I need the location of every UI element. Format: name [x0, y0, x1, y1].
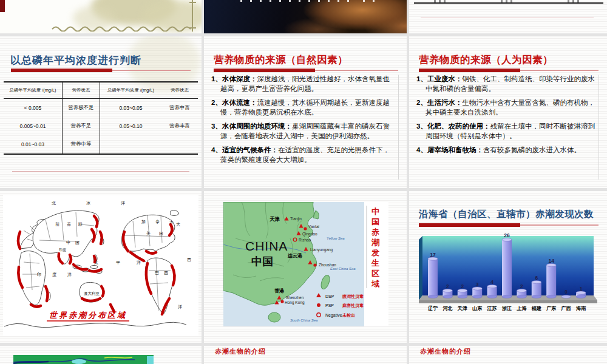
green-map-fragment	[13, 355, 154, 364]
map-label-indian-ocean: 印 度 洋	[37, 272, 76, 277]
svg-text:浙江: 浙江	[501, 306, 512, 311]
legend-circle-icon	[317, 303, 320, 307]
title-underline-accent	[419, 69, 520, 72]
svg-text:广东: 广东	[546, 305, 556, 311]
svg-text:3: 3	[476, 281, 479, 288]
map-label-brazil: 巴 西	[155, 271, 170, 275]
svg-text:辽宁: 辽宁	[427, 305, 438, 311]
list-item: 1、水体深度：深度越浅，阳光透过性越好，水体含氧量也越高，更易产生富营养化问题。	[211, 75, 395, 93]
psp-marker	[304, 227, 307, 230]
table-header: 总磷年平均浓度 /(mg/L)	[100, 83, 161, 99]
list-item: 4、屠宰场和畜牧场：含有较多氮磷的废水进入水体。	[416, 146, 595, 155]
map-label-india: 印度	[59, 248, 66, 252]
table-header: 营养状态	[63, 83, 100, 99]
slide-phosphorus-criteria[interactable]: 以总磷年平均浓度进行判断 总磷年平均浓度 /(mg/L) 营养状态 总磷年平均浓…	[0, 36, 202, 188]
slide-nutrient-sources-human[interactable]: 营养物质的来源（人为因素） 1、工业废水：钢铁、化工、制药造纸、印染等行业的废水…	[409, 36, 607, 188]
table-cell: 营养中富	[161, 99, 198, 117]
svg-text:0: 0	[565, 289, 568, 295]
slide-thumb-table-partial[interactable]	[409, 0, 607, 33]
legend-label-cn: 未检出	[342, 313, 355, 318]
title-underline-thin	[520, 224, 599, 226]
slide-title: 营养物质的来源（人为因素）	[419, 53, 553, 67]
slide-title: 赤潮生物的介绍	[215, 347, 266, 356]
city-label-lianyungang-cn: 连云港	[287, 253, 303, 258]
slide-thumb-title-partial[interactable]	[0, 0, 202, 33]
table-cell: 营养不足	[63, 117, 100, 135]
svg-text:17: 17	[430, 252, 436, 258]
list-item: 1、工业废水：钢铁、化工、制药造纸、印染等行业的废水中氮和磷的含量偏高。	[416, 75, 595, 93]
slide-title: 营养物质的来源（自然因素）	[214, 53, 348, 67]
slide-redtide-bar-chart[interactable]: 沿海省（自治区、直辖市）赤潮发现次数 17辽宁2河北2天津3山东4江苏26浙江2…	[409, 191, 607, 343]
map-label-china: 中 国	[66, 240, 81, 245]
map-label-china-cn: 中国	[251, 255, 273, 268]
list-item: 4、适宜的气候条件：在适宜的温度、充足的光照条件下，藻类的繁殖速度会大大增加。	[211, 146, 395, 164]
slide-title: 沿海省（自治区、直辖市）赤潮发现次数	[419, 208, 594, 221]
map-label-ussr: 前 苏 联	[55, 222, 86, 226]
photo-corner-fragment	[0, 0, 5, 12]
sea-label-east: East China Sea	[330, 267, 356, 271]
chart-wall-side	[419, 236, 422, 300]
map-label-arctic: 北 冰 洋	[52, 201, 140, 206]
city-label-shenzhen: Shenzhen	[286, 295, 304, 300]
legend-label-cn: 腹泻性贝毒	[342, 294, 364, 299]
table-cell: 营养极不足	[63, 99, 100, 117]
psp-marker	[313, 263, 316, 266]
psp-marker	[280, 300, 283, 303]
slide-china-redtide-map[interactable]: CHINA 中国 天津 Tianjin Yantai Qingdao Rizha…	[204, 191, 407, 343]
city-label-tianjin-cn: 天津	[269, 216, 280, 222]
svg-text:广西: 广西	[561, 305, 571, 311]
table-bottom-border	[414, 2, 603, 4]
map-label-pacific: 洋	[137, 260, 141, 265]
divider-line	[12, 171, 189, 172]
city-label-zhoushan: Zhoushan	[319, 263, 336, 267]
divider-line	[421, 18, 594, 18]
svg-text:河北: 河北	[442, 306, 452, 311]
cutoff-caption-fragment	[363, 0, 381, 2]
title-underline-thin	[315, 70, 398, 71]
border-tick	[189, 27, 196, 29]
phosphorus-table: 总磷年平均浓度 /(mg/L) 营养状态 总磷年平均浓度 /(mg/L) 营养状…	[4, 81, 198, 155]
sea-label-south: South China Sea	[290, 318, 318, 322]
list-item: 3、水体周围的地质环境：巢湖周围蕴藏有丰富的磷灰石资源，会随着地表水进入湖中，美…	[211, 122, 395, 141]
title-underline-accent	[419, 223, 520, 227]
cutoff-caption-fragment	[240, 0, 350, 2]
slide-thumb-redtide-organisms[interactable]: 赤潮生物的介绍	[409, 346, 607, 364]
slide-thumb-redtide-organisms[interactable]: 赤潮生物的介绍	[204, 346, 407, 364]
title-underline-thin	[112, 70, 191, 71]
table-header: 营养状态	[161, 83, 198, 99]
table-cell: 0.01~0.03	[4, 135, 63, 153]
city-label-qingdao: Qingdao	[302, 232, 317, 237]
slide-world-redtide-map[interactable]: 北 冰 洋 前 苏 联 中 国 印度 澳大利亚 加 拿 大 美 国 巴 西 太 …	[0, 191, 202, 343]
svg-text:26: 26	[504, 234, 510, 238]
svg-text:福建: 福建	[531, 306, 542, 311]
world-map-title: 世界赤潮分布区域	[49, 311, 127, 320]
svg-text:2: 2	[520, 283, 523, 289]
svg-text:上海: 上海	[516, 306, 526, 311]
slide-title: 赤潮生物的介绍	[420, 347, 471, 356]
slide-nutrient-sources-natural[interactable]: 营养物质的来源（自然因素） 1、水体深度：深度越浅，阳光透过性越好，水体含氧量也…	[204, 36, 407, 188]
svg-text:4: 4	[490, 279, 493, 285]
map-label-canada: 加 拿 大	[141, 220, 178, 224]
bullet-list: 1、工业废水：钢铁、化工、制药造纸、印染等行业的废水中氮和磷的含量偏高。 2、生…	[416, 75, 599, 180]
table-cell: 营养丰富	[161, 117, 198, 135]
svg-text:海南: 海南	[575, 306, 586, 311]
svg-text:山东: 山东	[472, 305, 482, 311]
map-label-pacific: 平	[116, 260, 120, 265]
title-underline-accent	[214, 69, 315, 72]
table-cell: 营养中等	[63, 135, 100, 153]
list-item: 2、水体流速：流速越慢，其水循环周期越长，更新速度越慢，营养物质更易沉积在水底。	[211, 98, 395, 117]
svg-text:14: 14	[548, 258, 554, 264]
slide-title: 以总磷年平均浓度进行判断	[10, 53, 141, 67]
list-item: 3、化肥、农药的使用：残留在土壤中，同时不断被淋溶到周围环境（特别是水体中）。	[416, 122, 595, 141]
slide-thumb-green-map-partial[interactable]	[0, 346, 202, 364]
hainan-island	[268, 312, 280, 322]
legend-label-cn: 麻痹性贝毒	[342, 303, 364, 308]
svg-text:6: 6	[535, 275, 538, 281]
svg-text:天津: 天津	[457, 306, 467, 311]
city-label-hongkong-cn: 香港	[274, 288, 285, 294]
city-label-hongkong: Hong Kong	[285, 300, 305, 305]
slide-thumb-photo-partial[interactable]	[204, 0, 407, 33]
svg-text:2: 2	[446, 283, 449, 289]
table-cell: 0.005~0.01	[4, 117, 63, 135]
red-tide-photo	[204, 0, 407, 33]
